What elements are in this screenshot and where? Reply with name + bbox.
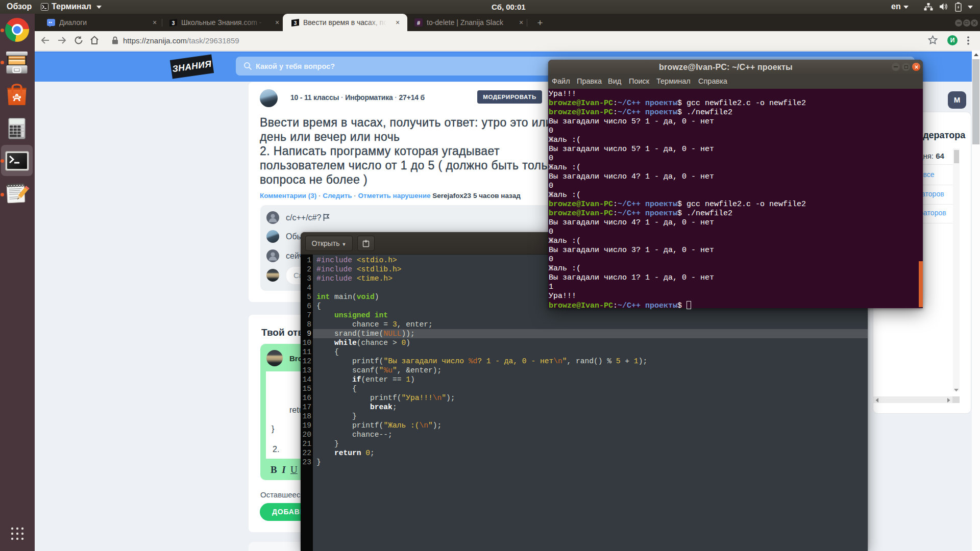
- svg-text:3: 3: [172, 20, 175, 26]
- svg-text:#: #: [417, 20, 420, 26]
- svg-text:3: 3: [294, 20, 297, 26]
